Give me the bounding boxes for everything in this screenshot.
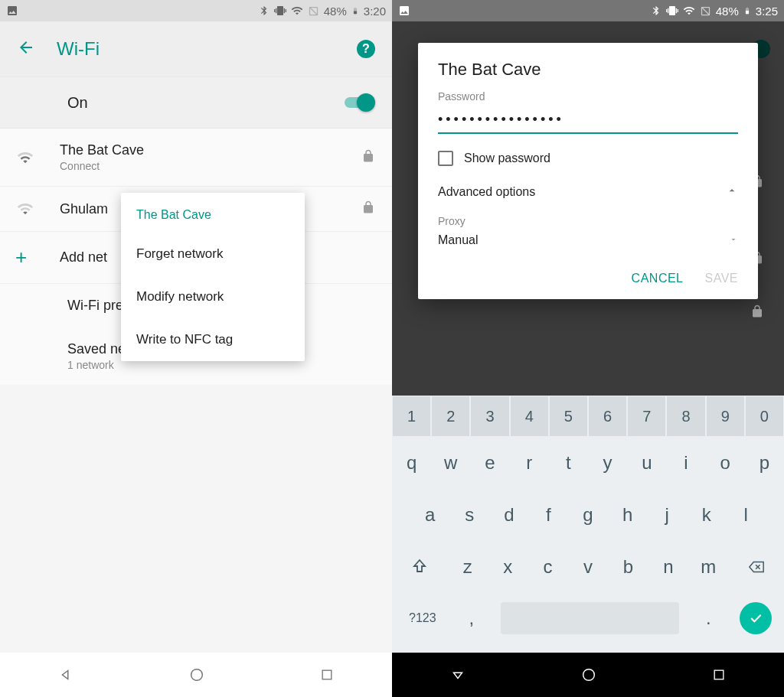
key-p[interactable]: p	[746, 438, 783, 488]
nav-back-icon[interactable]	[449, 666, 466, 683]
key-x[interactable]: x	[488, 542, 527, 592]
key-6[interactable]: 6	[589, 396, 626, 436]
key-z[interactable]: z	[449, 542, 487, 592]
key-comma[interactable]: ,	[454, 594, 490, 643]
advanced-label: Advanced options	[438, 185, 726, 199]
back-icon[interactable]	[17, 38, 35, 60]
nav-recent-icon[interactable]	[711, 667, 727, 682]
nav-home-icon[interactable]	[188, 666, 205, 683]
key-7[interactable]: 7	[628, 396, 665, 436]
key-8[interactable]: 8	[667, 396, 704, 436]
proxy-value: Manual	[438, 233, 729, 247]
battery-percent: 48%	[716, 5, 739, 18]
network-name: The Bat Cave	[60, 142, 361, 158]
nav-home-icon[interactable]	[580, 666, 597, 683]
key-5[interactable]: 5	[550, 396, 587, 436]
wifi-toggle[interactable]	[345, 95, 375, 110]
lock-icon	[361, 200, 375, 217]
key-d[interactable]: d	[490, 490, 528, 540]
key-j[interactable]: j	[648, 490, 686, 540]
network-row[interactable]: The Bat Cave Connect	[0, 129, 392, 187]
password-input[interactable]	[438, 112, 738, 128]
network-context-menu: The Bat Cave Forget network Modify netwo…	[121, 193, 305, 361]
advanced-options-row[interactable]: Advanced options	[418, 177, 758, 207]
help-icon[interactable]: ?	[357, 40, 375, 58]
key-symbols[interactable]: ?123	[393, 594, 452, 643]
lock-icon	[750, 305, 764, 321]
key-y[interactable]: y	[589, 438, 626, 488]
wifi-icon	[683, 5, 695, 17]
nav-recent-icon[interactable]	[319, 667, 335, 682]
key-4[interactable]: 4	[511, 396, 548, 436]
key-w[interactable]: w	[432, 438, 469, 488]
status-bar: 48% 3:20	[0, 0, 392, 21]
key-space[interactable]	[491, 594, 689, 643]
key-v[interactable]: v	[569, 542, 607, 592]
nav-bar	[392, 653, 784, 697]
wifi-connect-dialog: The Bat Cave Password Show password Adva…	[418, 43, 758, 299]
battery-icon	[743, 5, 751, 17]
show-password-row[interactable]: Show password	[418, 134, 758, 177]
key-g[interactable]: g	[569, 490, 607, 540]
svg-rect-3	[714, 670, 724, 679]
wifi-signal-icon	[15, 200, 60, 217]
key-backspace[interactable]	[729, 542, 783, 592]
chevron-up-icon	[726, 184, 738, 200]
key-period[interactable]: .	[691, 594, 727, 643]
key-h[interactable]: h	[609, 490, 647, 540]
proxy-label: Proxy	[418, 207, 758, 229]
cancel-button[interactable]: CANCEL	[632, 272, 684, 285]
key-b[interactable]: b	[609, 542, 647, 592]
wifi-toggle-row[interactable]: On	[0, 77, 392, 129]
bluetooth-icon	[651, 5, 662, 16]
add-icon: +	[15, 246, 27, 269]
left-phone: 48% 3:20 Wi-Fi ? On The Bat Cave Connect	[0, 0, 392, 697]
battery-percent: 48%	[324, 5, 347, 18]
no-sim-icon	[700, 5, 711, 17]
network-status: Connect	[60, 160, 361, 172]
screenshot-icon	[6, 5, 18, 17]
key-enter[interactable]	[728, 594, 783, 643]
key-f[interactable]: f	[530, 490, 568, 540]
key-o[interactable]: o	[707, 438, 744, 488]
key-u[interactable]: u	[628, 438, 665, 488]
wifi-icon	[291, 5, 303, 17]
write-nfc-item[interactable]: Write to NFC tag	[121, 318, 305, 361]
clock-time: 3:25	[756, 5, 778, 18]
wifi-signal-icon	[15, 149, 60, 166]
key-l[interactable]: l	[727, 490, 765, 540]
key-q[interactable]: q	[393, 438, 430, 488]
key-0[interactable]: 0	[746, 396, 783, 436]
lock-icon	[361, 149, 375, 166]
key-3[interactable]: 3	[471, 396, 508, 436]
key-e[interactable]: e	[471, 438, 508, 488]
save-button[interactable]: SAVE	[705, 272, 739, 285]
key-a[interactable]: a	[411, 490, 449, 540]
key-c[interactable]: c	[528, 542, 567, 592]
vibrate-icon	[274, 5, 286, 17]
key-i[interactable]: i	[667, 438, 704, 488]
key-9[interactable]: 9	[707, 396, 744, 436]
key-n[interactable]: n	[649, 542, 688, 592]
nav-back-icon[interactable]	[57, 666, 74, 683]
nav-bar	[0, 653, 392, 697]
modify-network-item[interactable]: Modify network	[121, 275, 305, 318]
key-r[interactable]: r	[511, 438, 548, 488]
key-s[interactable]: s	[451, 490, 489, 540]
key-k[interactable]: k	[688, 490, 726, 540]
no-sim-icon	[308, 5, 319, 17]
checkbox-icon[interactable]	[438, 151, 453, 166]
key-t[interactable]: t	[550, 438, 587, 488]
key-shift[interactable]	[393, 542, 447, 592]
bluetooth-icon	[259, 5, 270, 16]
wifi-on-label: On	[67, 94, 88, 112]
proxy-select[interactable]: Manual	[418, 229, 758, 261]
svg-point-0	[191, 669, 203, 681]
key-m[interactable]: m	[689, 542, 727, 592]
key-2[interactable]: 2	[432, 396, 469, 436]
password-label: Password	[418, 86, 758, 106]
forget-network-item[interactable]: Forget network	[121, 233, 305, 275]
dropdown-icon	[729, 233, 738, 247]
screenshot-icon	[398, 5, 410, 17]
key-1[interactable]: 1	[393, 396, 430, 436]
